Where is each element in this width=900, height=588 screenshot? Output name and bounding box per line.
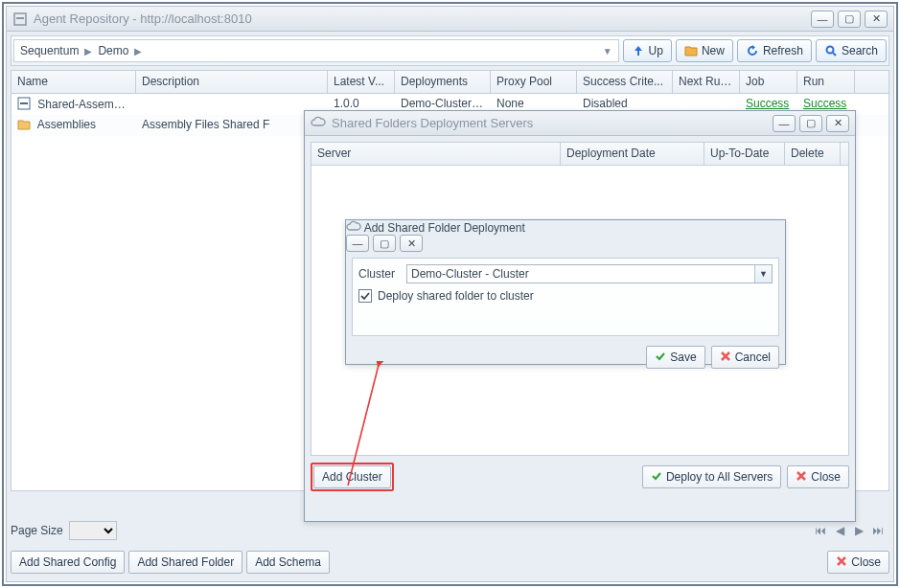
cluster-label: Cluster <box>358 267 401 281</box>
col-up-to-date[interactable]: Up-To-Date <box>704 143 785 165</box>
deploy-checkbox[interactable]: Deploy shared folder to cluster <box>358 289 773 303</box>
main-titlebar: Agent Repository - http://localhost:8010… <box>7 7 893 32</box>
grid-header: Name Description Latest V... Deployments… <box>12 71 888 94</box>
cloud-icon <box>346 221 361 235</box>
servers-close-window-button[interactable]: ✕ <box>826 115 849 132</box>
svg-rect-1 <box>16 17 24 19</box>
chevron-right-icon: ▶ <box>134 46 142 57</box>
close-icon <box>836 555 847 570</box>
servers-dialog-titlebar: Shared Folders Deployment Servers — ▢ ✕ <box>305 111 855 136</box>
cancel-button[interactable]: Cancel <box>711 346 779 369</box>
col-name[interactable]: Name <box>12 71 136 93</box>
svg-rect-5 <box>20 102 28 104</box>
app-icon <box>12 11 28 27</box>
search-icon <box>824 44 838 57</box>
cluster-select[interactable]: Demo-Cluster - Cluster ▼ <box>406 264 773 283</box>
add-shared-config-button[interactable]: Add Shared Config <box>11 551 125 574</box>
close-icon <box>720 351 731 365</box>
deploy-all-servers-button[interactable]: Deploy to All Servers <box>642 465 781 488</box>
col-proxy[interactable]: Proxy Pool <box>491 71 577 93</box>
main-toolbar: Sequentum ▶ Demo ▶ ▼ Up New Refresh Sear… <box>11 35 889 66</box>
servers-maximize-button[interactable]: ▢ <box>799 115 822 132</box>
agent-icon <box>17 97 31 110</box>
col-nextrun[interactable]: Next Run ... <box>673 71 740 93</box>
chevron-down-icon: ▼ <box>754 265 772 283</box>
up-button[interactable]: Up <box>623 39 672 62</box>
maximize-button[interactable]: ▢ <box>838 11 861 28</box>
last-page-icon[interactable]: ⏭ <box>870 523 886 538</box>
close-icon <box>796 470 807 485</box>
chevron-down-icon[interactable]: ▼ <box>603 46 612 57</box>
main-window: Agent Repository - http://localhost:8010… <box>6 6 894 582</box>
servers-close-button[interactable]: Close <box>787 465 849 488</box>
job-link[interactable]: Success <box>746 97 789 110</box>
col-version[interactable]: Latest V... <box>328 71 395 93</box>
next-page-icon[interactable]: ▶ <box>851 523 866 538</box>
arrow-up-icon <box>632 44 645 57</box>
servers-minimize-button[interactable]: — <box>773 115 796 132</box>
first-page-icon[interactable]: ⏮ <box>813 523 828 538</box>
refresh-button[interactable]: Refresh <box>737 39 812 62</box>
col-description[interactable]: Description <box>136 71 328 93</box>
add-close-window-button[interactable]: ✕ <box>400 235 423 252</box>
main-close-button[interactable]: Close <box>827 551 889 574</box>
add-deployment-dialog: Add Shared Folder Deployment — ▢ ✕ Clust… <box>345 219 786 365</box>
breadcrumb-item[interactable]: Demo <box>98 44 128 57</box>
servers-dialog-footer: Add Cluster Deploy to All Servers Close <box>305 462 855 492</box>
new-button[interactable]: New <box>676 39 733 62</box>
window-title: Agent Repository - http://localhost:8010 <box>34 11 811 26</box>
col-server[interactable]: Server <box>312 143 561 165</box>
add-shared-folder-button[interactable]: Add Shared Folder <box>128 551 242 574</box>
page-size-select[interactable] <box>69 521 117 540</box>
col-job[interactable]: Job <box>740 71 797 93</box>
search-button[interactable]: Search <box>816 39 887 62</box>
save-button[interactable]: Save <box>646 346 704 369</box>
add-cluster-button[interactable]: Add Cluster <box>313 465 391 488</box>
check-icon <box>651 470 662 485</box>
add-schema-button[interactable]: Add Schema <box>246 551 330 574</box>
bottom-toolbar: Add Shared Config Add Shared Folder Add … <box>11 547 889 577</box>
cloud-icon <box>311 116 326 130</box>
col-success[interactable]: Success Crite... <box>577 71 673 93</box>
run-link[interactable]: Success <box>803 97 846 110</box>
col-deployments[interactable]: Deployments <box>395 71 491 93</box>
col-run[interactable]: Run <box>797 71 855 93</box>
refresh-icon <box>746 44 759 57</box>
breadcrumb-item[interactable]: Sequentum <box>20 44 79 57</box>
prev-page-icon[interactable]: ◀ <box>832 523 847 538</box>
checkbox-icon <box>358 289 372 303</box>
breadcrumb[interactable]: Sequentum ▶ Demo ▶ ▼ <box>13 39 619 62</box>
page-size-label: Page Size <box>11 524 63 537</box>
col-deployment-date[interactable]: Deployment Date <box>561 143 704 165</box>
svg-line-3 <box>833 53 836 56</box>
chevron-right-icon: ▶ <box>84 46 92 57</box>
add-maximize-button[interactable]: ▢ <box>373 235 396 252</box>
folder-icon <box>17 119 31 132</box>
add-minimize-button[interactable]: — <box>346 235 369 252</box>
minimize-button[interactable]: — <box>811 11 834 28</box>
new-folder-icon <box>684 44 698 57</box>
svg-point-2 <box>826 47 833 54</box>
col-delete[interactable]: Delete <box>785 143 841 165</box>
add-dialog-titlebar: Add Shared Folder Deployment — ▢ ✕ <box>346 220 785 252</box>
close-window-button[interactable]: ✕ <box>865 11 888 28</box>
check-icon <box>655 351 666 365</box>
